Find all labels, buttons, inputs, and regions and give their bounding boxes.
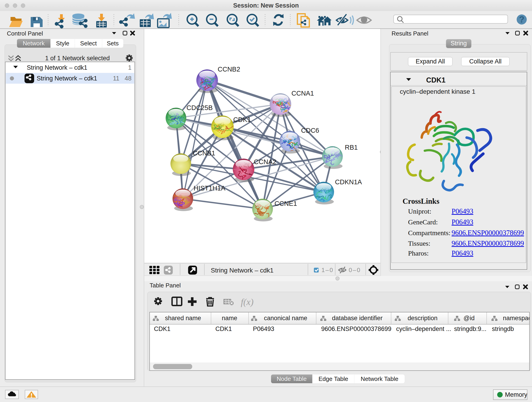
svg-text:CCNA2: CCNA2 <box>254 158 276 166</box>
svg-text:9606.ENSP00000378699: 9606.ENSP00000378699 <box>452 229 524 237</box>
svg-text:String Network – cdk1: String Network – cdk1 <box>37 75 97 82</box>
svg-text:CDC25B: CDC25B <box>186 104 213 111</box>
svg-text:f(x): f(x) <box>241 297 254 307</box>
svg-text:namespac: namespac <box>503 315 529 322</box>
svg-text:1 of 1 Network selected: 1 of 1 Network selected <box>45 55 110 62</box>
svg-text:CDK1: CDK1 <box>233 116 251 123</box>
svg-text:48: 48 <box>125 75 132 82</box>
svg-text:Compartments:: Compartments: <box>408 229 450 236</box>
svg-text:String Network – cdk1: String Network – cdk1 <box>27 64 87 71</box>
svg-text:shared name: shared name <box>165 315 201 322</box>
svg-text:CCNB1: CCNB1 <box>193 149 215 157</box>
svg-text:database identifier: database identifier <box>332 315 383 322</box>
svg-text:P06493: P06493 <box>452 249 473 257</box>
svg-text:canonical name: canonical name <box>264 315 307 322</box>
svg-text:P06493: P06493 <box>253 325 274 332</box>
svg-text:cyclin–dependent ...: cyclin–dependent ... <box>396 325 451 332</box>
svg-text:P06493: P06493 <box>452 207 473 215</box>
svg-text:@id: @id <box>463 315 475 322</box>
svg-text:description: description <box>408 315 438 322</box>
svg-text:CDC6: CDC6 <box>301 127 319 134</box>
svg-text:Uniprot:: Uniprot: <box>408 207 431 215</box>
svg-text:?: ? <box>519 15 524 24</box>
svg-text:0 – 0: 0 – 0 <box>349 267 360 274</box>
svg-text:Memory: Memory <box>505 391 527 398</box>
svg-text:RB1: RB1 <box>345 144 358 151</box>
svg-text:CCNB2: CCNB2 <box>218 65 240 73</box>
svg-text:Tissues:: Tissues: <box>408 240 430 247</box>
svg-text:HIST1H1A: HIST1H1A <box>194 185 225 192</box>
svg-text:CDK1: CDK1 <box>426 76 445 84</box>
svg-text:9606.ENSP00000378699: 9606.ENSP00000378699 <box>452 239 524 247</box>
svg-text:11: 11 <box>113 75 119 82</box>
svg-text:P06493: P06493 <box>452 218 473 226</box>
svg-text:CDK1: CDK1 <box>215 325 232 332</box>
svg-text:CDKN1A: CDKN1A <box>335 178 362 186</box>
svg-text:CrossLinks: CrossLinks <box>403 197 439 205</box>
svg-text:CCNA1: CCNA1 <box>291 89 314 97</box>
svg-text:stringdb: stringdb <box>492 325 514 332</box>
svg-text:1 – 0: 1 – 0 <box>322 267 333 274</box>
svg-text:name: name <box>222 315 237 322</box>
svg-text:GeneCard:: GeneCard: <box>408 218 438 226</box>
svg-text:CDK1: CDK1 <box>154 325 171 332</box>
svg-text:9606.ENSP00000378699: 9606.ENSP00000378699 <box>321 325 391 332</box>
svg-text:String Network – cdk1: String Network – cdk1 <box>211 267 273 274</box>
svg-text:1: 1 <box>128 64 132 71</box>
svg-text:CCNE1: CCNE1 <box>274 200 297 207</box>
svg-text:Pharos:: Pharos: <box>408 249 429 257</box>
svg-text:stringdb:9...: stringdb:9... <box>454 325 486 332</box>
